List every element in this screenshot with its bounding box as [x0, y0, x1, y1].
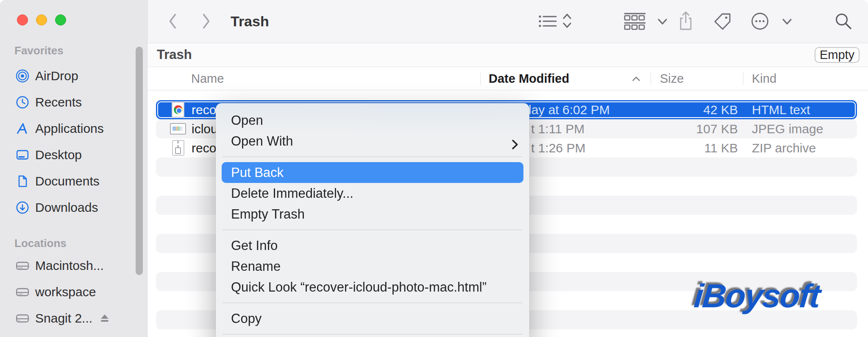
zip-file-icon — [169, 139, 187, 157]
file-size: 42 KB — [643, 100, 738, 119]
favorites-list: AirDrop Recents Applications Desktop — [0, 63, 147, 221]
menu-separator — [223, 334, 523, 334]
file-name: reco — [192, 138, 216, 157]
column-header-name[interactable]: Name — [191, 67, 224, 90]
locations-section-label: Locations — [14, 237, 67, 250]
sidebar-scrollbar[interactable] — [136, 47, 143, 275]
tag-icon[interactable] — [713, 0, 732, 42]
menu-item-rename[interactable]: Rename — [216, 256, 529, 277]
file-kind: HTML text — [752, 100, 810, 119]
sidebar-item-label: workspace — [35, 285, 96, 299]
list-view-button[interactable] — [537, 0, 576, 42]
context-menu: Open Open With Put Back Delete Immediate… — [216, 103, 529, 337]
column-header-row: Name Date Modified Size Kind — [147, 67, 868, 90]
sidebar: Favorites AirDrop Recents Applications — [0, 0, 147, 337]
column-header-date-modified[interactable]: Date Modified — [489, 67, 569, 90]
column-header-size[interactable]: Size — [660, 67, 684, 90]
sidebar-item-workspace[interactable]: workspace — [0, 279, 147, 305]
menu-item-put-back[interactable]: Put Back — [222, 162, 523, 183]
sidebar-item-downloads[interactable]: Downloads — [0, 194, 147, 221]
status-bar: Trash Empty — [147, 43, 868, 67]
back-button[interactable] — [166, 0, 180, 42]
sidebar-item-label: Recents — [35, 95, 82, 110]
file-name: iclou — [192, 119, 218, 138]
iboysoft-watermark: iBoysoft — [693, 277, 821, 315]
menu-item-copy[interactable]: Copy — [216, 308, 529, 329]
chrome-html-file-icon — [169, 101, 187, 118]
column-divider — [651, 73, 651, 85]
forward-button[interactable] — [199, 0, 213, 42]
close-button[interactable] — [17, 14, 28, 25]
menu-item-quick-look[interactable]: Quick Look “recover-icloud-photo-mac.htm… — [216, 277, 529, 298]
sidebar-item-snagit[interactable]: Snagit 2... — [0, 305, 147, 331]
column-divider — [743, 73, 743, 85]
applications-icon — [15, 121, 30, 136]
file-kind: JPEG image — [752, 119, 823, 138]
group-view-button[interactable] — [623, 0, 670, 42]
file-date-modified: t 1:11 PM — [531, 119, 584, 138]
file-size: 107 KB — [643, 119, 738, 138]
search-icon[interactable] — [834, 0, 853, 42]
column-divider — [480, 73, 481, 85]
menu-item-get-info[interactable]: Get Info — [216, 235, 529, 256]
sidebar-item-label: Documents — [35, 174, 100, 188]
eject-icon[interactable] — [99, 313, 110, 324]
menu-item-label: Open With — [231, 134, 293, 149]
submenu-chevron-icon — [512, 135, 518, 156]
more-options-button[interactable] — [750, 0, 794, 42]
zoom-button[interactable] — [55, 14, 66, 25]
empty-trash-button[interactable]: Empty — [815, 47, 860, 63]
column-header-kind[interactable]: Kind — [752, 67, 776, 90]
sidebar-item-desktop[interactable]: Desktop — [0, 142, 147, 168]
sidebar-item-label: AirDrop — [35, 69, 78, 83]
favorites-section-label: Favorites — [14, 44, 64, 57]
desktop-icon — [15, 147, 30, 163]
menu-item-empty-trash[interactable]: Empty Trash — [216, 204, 529, 225]
menu-separator — [223, 303, 523, 303]
hard-drive-icon — [15, 258, 30, 273]
sidebar-item-label: Downloads — [35, 200, 98, 215]
sidebar-item-airdrop[interactable]: AirDrop — [0, 63, 147, 89]
hard-drive-icon — [15, 311, 30, 326]
sidebar-item-label: Desktop — [35, 148, 82, 162]
sidebar-item-label: Macintosh... — [35, 258, 104, 273]
location-label: Trash — [157, 43, 192, 66]
hard-drive-icon — [15, 284, 30, 300]
sort-ascending-icon[interactable] — [632, 76, 641, 84]
file-size: 11 KB — [643, 138, 738, 157]
sidebar-item-recents[interactable]: Recents — [0, 89, 147, 115]
file-date-modified: t 1:26 PM — [531, 138, 585, 157]
airdrop-icon — [15, 68, 30, 84]
downloads-icon — [15, 200, 30, 215]
menu-item-open[interactable]: Open — [216, 110, 529, 131]
sidebar-item-applications[interactable]: Applications — [0, 115, 147, 142]
window-title: Trash — [231, 0, 269, 42]
locations-list: Macintosh... workspace Snagit 2... — [0, 253, 147, 331]
menu-item-open-with[interactable]: Open With — [216, 131, 529, 152]
sidebar-item-label: Applications — [35, 121, 104, 136]
toolbar: Trash — [147, 0, 868, 43]
sidebar-item-documents[interactable]: Documents — [0, 168, 147, 194]
menu-separator — [223, 157, 523, 157]
sidebar-item-label: Snagit 2... — [35, 311, 92, 326]
file-kind: ZIP archive — [752, 138, 816, 157]
minimize-button[interactable] — [36, 14, 47, 25]
menu-separator — [223, 230, 523, 230]
share-icon[interactable] — [677, 0, 694, 42]
sidebar-item-macintosh[interactable]: Macintosh... — [0, 253, 147, 279]
recents-clock-icon — [15, 95, 30, 110]
finder-window: Favorites AirDrop Recents Applications — [0, 0, 868, 337]
documents-icon — [15, 174, 30, 189]
jpeg-file-icon — [169, 120, 187, 138]
menu-item-delete-immediately[interactable]: Delete Immediately... — [216, 183, 529, 204]
